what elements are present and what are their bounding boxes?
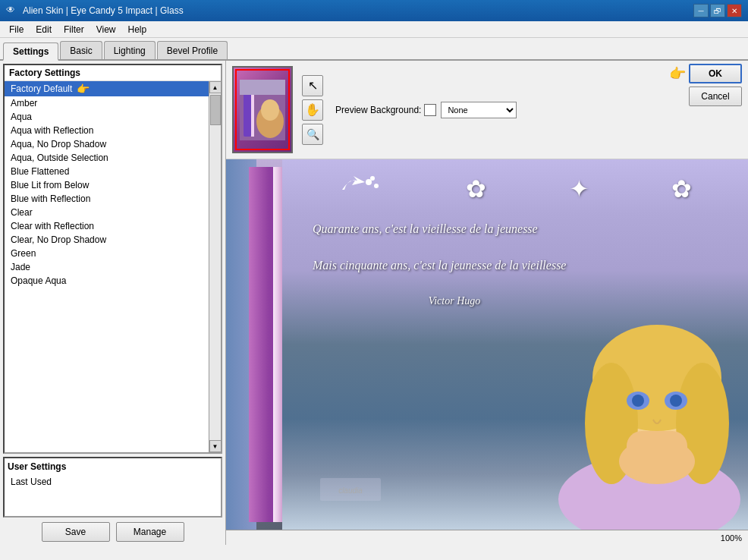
- preview-frame-inner: [273, 167, 282, 522]
- menu-edit[interactable]: Edit: [30, 23, 58, 36]
- item-label-clear-no-drop: Clear, No Drop Shadow: [11, 234, 106, 245]
- item-label-aqua: Aqua: [11, 112, 32, 122]
- settings-item-aqua[interactable]: Aqua: [5, 110, 209, 124]
- settings-item-blue-reflection[interactable]: Blue with Reflection: [5, 192, 209, 206]
- settings-list-scrollbar[interactable]: ▲ ▼: [209, 81, 221, 452]
- manage-button[interactable]: Manage: [116, 522, 184, 542]
- factory-settings-header: Factory Settings: [5, 65, 221, 81]
- preview-controls: ↖ ✋ 🔍: [302, 75, 323, 145]
- girl-figure: [536, 211, 748, 530]
- item-label-blue-flattened: Blue Flattened: [11, 166, 69, 177]
- ok-button-container: 👉 OK: [669, 64, 742, 83]
- preview-background-select[interactable]: None White Black Checkerboard: [441, 102, 517, 118]
- item-label-opaque-aqua: Opaque Aqua: [11, 275, 66, 286]
- settings-item-aqua-reflection[interactable]: Aqua with Reflection: [5, 124, 209, 137]
- close-button[interactable]: ✕: [727, 4, 742, 17]
- svg-rect-21: [627, 431, 687, 477]
- arrow-tool-button[interactable]: ↖: [302, 75, 323, 96]
- item-label-green: Green: [11, 248, 36, 259]
- item-label-aqua-reflection: Aqua with Reflection: [11, 125, 93, 136]
- pointer-icon-factory-default: 👉: [77, 83, 90, 95]
- tab-basic[interactable]: Basic: [60, 41, 102, 59]
- settings-list[interactable]: Factory Default 👉 Amber Aqua Aqua with R…: [5, 81, 209, 452]
- menu-view[interactable]: View: [90, 23, 122, 36]
- item-label-aqua-outside: Aqua, Outside Selection: [11, 153, 108, 163]
- minimize-button[interactable]: ─: [693, 4, 709, 17]
- window-title: Alien Skin | Eye Candy 5 Impact | Glass: [23, 5, 184, 16]
- settings-item-clear-no-drop[interactable]: Clear, No Drop Shadow: [5, 233, 209, 247]
- hand-icon: ✋: [305, 102, 320, 117]
- preview-canvas: ✿ ✦ ✿ Quarante ans, c'est la vieillesse …: [226, 159, 748, 530]
- ok-arrow-icon: 👉: [669, 65, 686, 82]
- settings-item-amber[interactable]: Amber: [5, 96, 209, 110]
- tab-bar: Settings Basic Lighting Bevel Profile: [0, 38, 748, 61]
- item-label-jade: Jade: [11, 262, 30, 272]
- menu-filter[interactable]: Filter: [58, 23, 90, 36]
- item-label-factory-default: Factory Default: [11, 83, 72, 94]
- right-panel: ↖ ✋ 🔍 Preview Background: None White Bla…: [226, 61, 748, 545]
- flower-decorations: ✿ ✦ ✿: [282, 175, 748, 211]
- settings-item-opaque-aqua[interactable]: Opaque Aqua: [5, 274, 209, 288]
- thumbnail-image: [234, 68, 291, 152]
- zoom-tool-button[interactable]: 🔍: [302, 124, 323, 145]
- window-title-left: 👁 Alien Skin | Eye Candy 5 Impact | Glas…: [6, 5, 184, 17]
- status-bar: 100%: [226, 530, 748, 545]
- scroll-thumb[interactable]: [210, 95, 221, 125]
- menu-bar: File Edit Filter View Help: [0, 21, 748, 38]
- thumbnail-selection-border: [235, 69, 290, 150]
- settings-item-factory-default[interactable]: Factory Default 👉: [5, 81, 209, 96]
- preview-background-label: Preview Background:: [335, 105, 421, 115]
- zoom-level: 100%: [721, 533, 742, 543]
- menu-help[interactable]: Help: [122, 23, 153, 36]
- window-title-bar: 👁 Alien Skin | Eye Candy 5 Impact | Glas…: [0, 0, 748, 21]
- scroll-up-button[interactable]: ▲: [209, 81, 222, 93]
- main-layout: Factory Settings Factory Default 👉 Amber…: [0, 61, 748, 545]
- settings-item-clear-reflection[interactable]: Clear with Reflection: [5, 219, 209, 233]
- settings-item-aqua-no-drop[interactable]: Aqua, No Drop Shadow: [5, 137, 209, 151]
- tab-settings[interactable]: Settings: [3, 42, 58, 61]
- item-label-amber: Amber: [11, 98, 37, 109]
- tab-bevel-profile[interactable]: Bevel Profile: [157, 41, 228, 59]
- flower-decoration-1: ✿: [466, 175, 486, 211]
- preview-background-color-swatch[interactable]: [424, 104, 436, 116]
- item-label-aqua-no-drop: Aqua, No Drop Shadow: [11, 139, 106, 149]
- svg-point-8: [370, 176, 375, 181]
- preview-toolbar: ↖ ✋ 🔍 Preview Background: None White Bla…: [226, 61, 748, 159]
- left-panel-buttons: Save Manage: [3, 522, 222, 542]
- item-label-clear: Clear: [11, 207, 33, 218]
- svg-point-7: [374, 184, 379, 188]
- svg-point-6: [366, 179, 372, 185]
- zoom-icon: 🔍: [306, 128, 319, 140]
- user-settings-header: User Settings: [8, 461, 218, 472]
- window-controls[interactable]: ─ 🗗 ✕: [693, 4, 742, 17]
- settings-item-blue-flattened[interactable]: Blue Flattened: [5, 165, 209, 178]
- user-settings-section: User Settings Last Used: [3, 457, 222, 518]
- preview-content: ✿ ✦ ✿ Quarante ans, c'est la vieillesse …: [282, 159, 748, 530]
- settings-item-clear[interactable]: Clear: [5, 206, 209, 219]
- arrow-decoration: [338, 175, 384, 211]
- tab-lighting[interactable]: Lighting: [104, 41, 156, 59]
- flower-decoration-2: ✿: [671, 175, 692, 211]
- user-settings-last-used[interactable]: Last Used: [8, 475, 218, 489]
- ok-cancel-area: 👉 OK Cancel: [669, 64, 742, 106]
- menu-file[interactable]: File: [3, 23, 30, 36]
- scroll-down-button[interactable]: ▼: [209, 440, 222, 452]
- settings-item-aqua-outside[interactable]: Aqua, Outside Selection: [5, 151, 209, 165]
- hand-tool-button[interactable]: ✋: [302, 99, 323, 121]
- girl-svg: [536, 211, 748, 530]
- sun-decoration: ✦: [569, 175, 589, 211]
- ok-button[interactable]: OK: [689, 64, 742, 83]
- settings-item-jade[interactable]: Jade: [5, 260, 209, 274]
- settings-item-green[interactable]: Green: [5, 247, 209, 260]
- settings-item-blue-lit[interactable]: Blue Lit from Below: [5, 178, 209, 192]
- settings-list-container: Factory Settings Factory Default 👉 Amber…: [3, 64, 222, 454]
- preview-thumbnail[interactable]: [232, 66, 293, 153]
- preview-area: ✿ ✦ ✿ Quarante ans, c'est la vieillesse …: [226, 159, 748, 530]
- save-button[interactable]: Save: [42, 522, 110, 542]
- item-label-blue-reflection: Blue with Reflection: [11, 193, 90, 204]
- restore-button[interactable]: 🗗: [710, 4, 725, 17]
- cancel-button[interactable]: Cancel: [689, 87, 742, 106]
- item-label-blue-lit: Blue Lit from Below: [11, 180, 89, 190]
- item-label-clear-reflection: Clear with Reflection: [11, 221, 94, 231]
- arrow-cursor-icon: ↖: [308, 78, 318, 93]
